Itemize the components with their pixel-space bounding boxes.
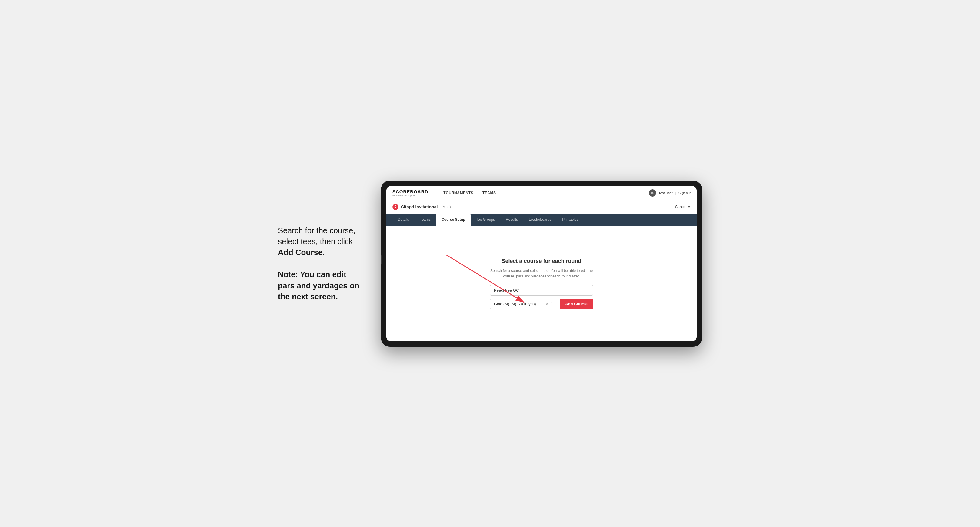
course-form-description: Search for a course and select a tee. Yo… [490, 268, 593, 279]
logo-area: SCOREBOARD Powered by clippd [393, 189, 428, 197]
tournament-name: Clippd Invitational [401, 205, 438, 209]
annotation-bold: Add Course [278, 248, 323, 257]
tab-nav: Details Teams Course Setup Tee Groups Re… [387, 214, 697, 226]
logo-title: SCOREBOARD [393, 189, 428, 194]
tablet-frame: SCOREBOARD Powered by clippd TOURNAMENTS… [381, 181, 702, 347]
tab-printables[interactable]: Printables [557, 214, 584, 226]
tab-results[interactable]: Results [500, 214, 523, 226]
tournament-title: C Clippd Invitational (Men) [393, 204, 451, 210]
header-nav: TOURNAMENTS TEAMS [443, 191, 496, 195]
tablet-screen: SCOREBOARD Powered by clippd TOURNAMENTS… [387, 186, 697, 341]
cancel-label: Cancel [675, 205, 686, 209]
cancel-button[interactable]: Cancel ✕ [675, 205, 690, 209]
logo-subtitle: Powered by clippd [393, 194, 428, 197]
tournament-type: (Men) [441, 205, 450, 209]
tee-selected-value: Gold (M) (M) (7010 yds) [494, 302, 536, 306]
sign-out-link[interactable]: Sign out [678, 191, 690, 195]
tee-toggle-btn[interactable]: ⌃ [550, 302, 553, 306]
main-content: Select a course for each round Search fo… [387, 226, 697, 341]
annotation-end: . [323, 248, 325, 257]
separator: | [675, 191, 676, 195]
header-right: TU Test User | Sign out [649, 189, 690, 197]
course-form-title: Select a course for each round [490, 258, 593, 264]
app-header: SCOREBOARD Powered by clippd TOURNAMENTS… [387, 186, 697, 200]
annotation-text: Search for the course, select tees, then… [278, 225, 363, 302]
tab-leaderboards[interactable]: Leaderboards [523, 214, 557, 226]
tab-teams[interactable]: Teams [415, 214, 436, 226]
nav-tournaments[interactable]: TOURNAMENTS [443, 191, 473, 195]
tab-course-setup[interactable]: Course Setup [436, 214, 471, 226]
nav-teams[interactable]: TEAMS [482, 191, 496, 195]
tee-select-row: Gold (M) (M) (7010 yds) × ⌃ Add Course [490, 298, 593, 309]
user-avatar: TU [649, 189, 656, 197]
tab-details[interactable]: Details [393, 214, 415, 226]
tournament-icon: C [393, 204, 398, 210]
annotation-note: Note: You can edit pars and yardages on … [278, 269, 363, 302]
add-course-button[interactable]: Add Course [560, 299, 593, 309]
cancel-icon: ✕ [687, 205, 690, 209]
tee-clear-btn[interactable]: × [546, 302, 549, 306]
page-wrapper: Search for the course, select tees, then… [278, 181, 702, 347]
course-form: Select a course for each round Search fo… [490, 258, 593, 309]
tournament-header: C Clippd Invitational (Men) Cancel ✕ [387, 200, 697, 214]
tab-tee-groups[interactable]: Tee Groups [471, 214, 500, 226]
user-label: Test User [659, 191, 673, 195]
tablet-side-button [381, 255, 382, 264]
course-search-input[interactable] [490, 285, 593, 295]
